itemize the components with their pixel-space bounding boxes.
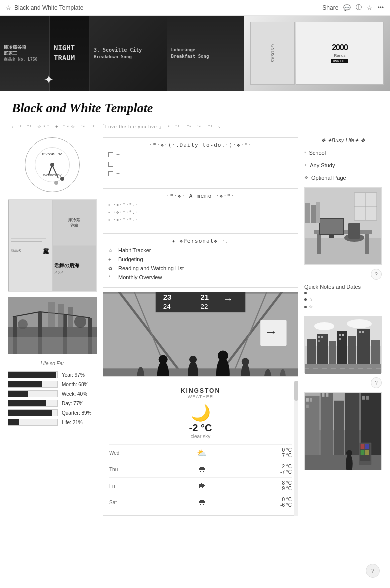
weather-scroll-area: KINGSTON WEATHER 🌙 -2 °C clear sky Wed ⛅… xyxy=(103,381,298,516)
page-title-topbar: Black and White Template xyxy=(14,4,84,12)
progress-row-2: Week: 40% xyxy=(8,390,97,398)
weather-row-0: Wed ⛅ 0 °C -7 °C xyxy=(110,444,292,461)
deco-text: ·°*·.·°*·. ☆·*·°·. ✦ ·°·*·☆ .·°*·.·°*·. … xyxy=(16,124,216,130)
deco-arrow-right: › xyxy=(218,125,220,130)
personal-item-2[interactable]: ✿ Reading and Watching List xyxy=(108,266,293,272)
progress-bar-quarter-fill xyxy=(8,410,52,416)
bridge-caption: Life so Far xyxy=(8,361,97,366)
progress-bar-life-bg xyxy=(8,419,58,426)
svg-rect-89 xyxy=(322,394,325,397)
bridge-image xyxy=(8,297,97,354)
busy-item-0[interactable]: * School xyxy=(304,150,382,156)
station-image: 23 24 21 22 → → xyxy=(103,292,298,377)
svg-point-13 xyxy=(74,316,86,328)
svg-rect-14 xyxy=(8,337,97,354)
personal-item-3[interactable]: * Monthly Overview xyxy=(108,274,293,280)
personal-icon-3: * xyxy=(108,275,114,280)
svg-rect-74 xyxy=(340,338,342,340)
weather-day-3: Sat xyxy=(110,500,124,506)
todo-checkbox-1[interactable] xyxy=(108,162,114,167)
busy-item-2[interactable]: ❖ Optional Page xyxy=(304,175,382,181)
memo-item-2: • ·❖·*·*.· xyxy=(108,218,293,223)
progress-row-0: Year: 97% xyxy=(8,372,97,378)
svg-rect-101 xyxy=(365,450,369,456)
weather-label: WEATHER xyxy=(110,394,292,400)
weather-temps-1: 2 °C -7 °C xyxy=(280,464,292,475)
top-bar: ☆ Black and White Template Share 💬 ⓘ ☆ •… xyxy=(0,0,390,16)
memo-header: ·*·❖· A memo ·❖·*· xyxy=(108,193,293,200)
weather-widget: KINGSTON WEATHER 🌙 -2 °C clear sky Wed ⛅… xyxy=(103,381,298,516)
star-icon[interactable]: ☆ xyxy=(367,4,372,12)
svg-rect-69 xyxy=(318,336,320,338)
col-right: ❖ ✦Busy Life✦ ❖ * School + Any Study ❖ O… xyxy=(304,138,382,516)
col-left: 8:25:49 PM Wednesday 庭家三 xyxy=(8,138,97,516)
clock-container: 8:25:49 PM Wednesday xyxy=(8,138,97,192)
weather-day-1: Thu xyxy=(110,467,124,472)
weather-temps-3: 0 °C -6 °C xyxy=(280,497,292,508)
weather-day-2: Fri xyxy=(110,484,124,489)
progress-label-day: Day: 77% xyxy=(62,401,84,406)
clock-dot-2 xyxy=(60,177,64,181)
banner-col-4: Lohnränge Breakfast Song xyxy=(168,16,245,91)
busy-text-2: Optional Page xyxy=(312,175,346,181)
svg-rect-48 xyxy=(348,223,360,239)
todo-checkbox-0[interactable] xyxy=(108,152,114,158)
banner-col-5: GYOSAS 2000 Rands 05K HiFi xyxy=(244,16,390,91)
svg-rect-88 xyxy=(306,405,309,408)
progress-label-week: Week: 40% xyxy=(62,392,88,397)
right-image-2 xyxy=(304,316,382,374)
svg-rect-100 xyxy=(361,450,365,456)
svg-point-61 xyxy=(347,320,372,328)
col-mid: ·*·❖·(·.Daily to-do.·)·❖·*· + + + ·*·❖· … xyxy=(103,138,298,516)
svg-text:→: → xyxy=(264,324,278,340)
svg-rect-43 xyxy=(305,238,382,265)
personal-text-3: Monthly Overview xyxy=(118,274,162,280)
svg-rect-51 xyxy=(330,236,334,238)
svg-rect-10 xyxy=(58,304,64,327)
personal-text-1: Budgeting xyxy=(118,256,144,262)
info-icon[interactable]: ⓘ xyxy=(356,4,362,12)
busy-icon-1: + xyxy=(304,163,307,168)
svg-rect-9 xyxy=(48,302,56,327)
newspaper-cell-1: 庭家三 商品名 xyxy=(8,200,52,292)
more-icon[interactable]: ••• xyxy=(378,4,384,12)
top-bar-left: ☆ Black and White Template xyxy=(6,4,84,12)
comment-icon[interactable]: 💬 xyxy=(344,4,351,12)
svg-rect-92 xyxy=(366,396,369,400)
progress-bar-quarter-bg xyxy=(8,410,58,416)
bottom-help-button[interactable]: ? xyxy=(366,564,380,578)
svg-point-31 xyxy=(190,356,197,364)
svg-point-60 xyxy=(314,322,334,330)
personal-item-1[interactable]: + Budgeting xyxy=(108,256,293,262)
progress-label-life: Life: 21% xyxy=(62,420,83,426)
deco-arrow-left: ‹ xyxy=(12,125,14,130)
share-button[interactable]: Share xyxy=(322,4,338,12)
banner: 庫冷蔵谷箱 庭家三 商品名 No. L750 NIGHT TRAUM 3. Sc… xyxy=(0,16,390,91)
notes-bullet-2 xyxy=(304,306,307,308)
personal-item-0[interactable]: ☆ Habit Tracker xyxy=(108,248,293,254)
scroll-thumb[interactable] xyxy=(294,381,298,401)
scroll-track[interactable] xyxy=(294,381,298,516)
right-image-1 xyxy=(304,188,382,265)
weather-main-icon: 🌙 xyxy=(110,404,292,422)
quick-notes-label: Quick Notes and Dates xyxy=(304,284,382,290)
memo-item-1: • ·❖·*·*.· xyxy=(108,210,293,216)
todo-header: ·*·❖·(·.Daily to-do.·)·❖·*· xyxy=(108,142,293,148)
memo-item-0: • ·❖·*·*.· xyxy=(108,202,293,208)
todo-checkbox-2[interactable] xyxy=(108,172,114,176)
help-bubble-1[interactable]: ? xyxy=(371,269,382,280)
main-content: 8:25:49 PM Wednesday 庭家三 xyxy=(0,134,390,520)
help-bubble-2[interactable]: ? xyxy=(371,378,382,388)
weather-city: KINGSTON xyxy=(110,388,292,394)
weather-row-2: Fri 🌧 8 °C -9 °C xyxy=(110,478,292,494)
svg-rect-71 xyxy=(318,340,320,342)
newspaper-cell-2: 庫冷蔵谷箱 xyxy=(52,200,96,246)
memo-section: ·*·❖· A memo ·❖·*· • ·❖·*·*.· • ·❖·*·*.·… xyxy=(103,188,298,230)
progress-label-year: Year: 97% xyxy=(62,372,85,378)
page-star-icon: ☆ xyxy=(6,4,12,12)
busy-item-1[interactable]: + Any Study xyxy=(304,162,382,168)
progress-bar-year-fill xyxy=(8,372,56,378)
svg-rect-75 xyxy=(359,332,361,334)
svg-rect-53 xyxy=(311,206,316,223)
progress-bar-week-fill xyxy=(8,391,28,397)
